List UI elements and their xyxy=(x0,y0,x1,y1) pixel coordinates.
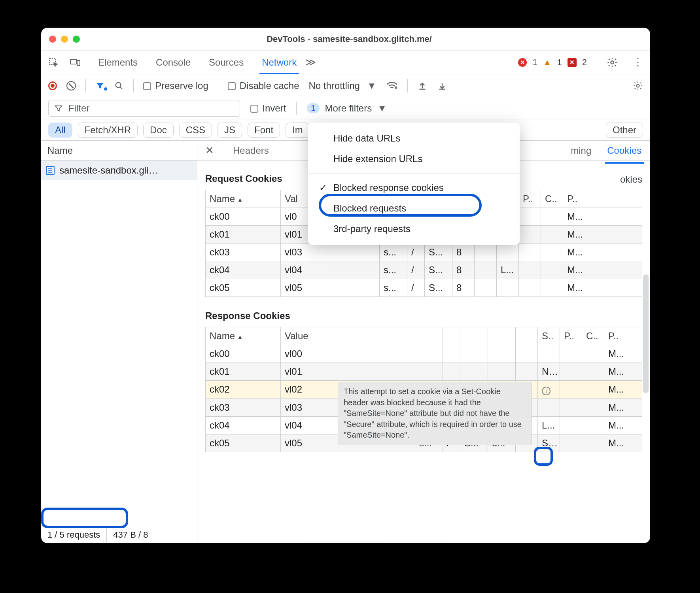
disable-cache-checkbox[interactable]: Disable cache xyxy=(228,80,299,91)
warning-icon[interactable]: ▲ xyxy=(543,57,552,68)
request-row[interactable]: samesite-sandbox.gli… xyxy=(41,161,197,180)
col-header[interactable] xyxy=(488,327,516,345)
cell: i xyxy=(538,381,560,399)
cell xyxy=(541,226,563,244)
download-icon[interactable] xyxy=(437,81,447,91)
col-header[interactable]: P.. xyxy=(604,327,642,345)
chevron-down-icon: ▼ xyxy=(377,103,387,114)
network-settings-icon[interactable] xyxy=(633,81,643,91)
filter-input[interactable]: Filter xyxy=(48,100,240,117)
cell xyxy=(582,398,604,416)
scrollbar[interactable] xyxy=(643,274,649,393)
cell xyxy=(415,345,443,363)
inspect-element-icon[interactable] xyxy=(48,57,59,68)
preserve-log-checkbox[interactable]: Preserve log xyxy=(143,80,208,91)
minimize-window-icon[interactable] xyxy=(61,36,68,43)
table-row[interactable]: ck01vl01N...M... xyxy=(206,363,642,381)
close-detail-icon[interactable]: ✕ xyxy=(205,144,214,157)
filter-option[interactable]: Hide data URLs xyxy=(308,128,520,149)
col-header[interactable]: P.. xyxy=(563,190,642,208)
main-tab-console[interactable]: Console xyxy=(155,51,191,74)
col-header[interactable]: Name▲ xyxy=(206,327,281,345)
type-chip-im[interactable]: Im xyxy=(286,123,310,138)
type-chip-other[interactable]: Other xyxy=(606,123,643,138)
cell: M... xyxy=(563,279,642,297)
table-row[interactable]: ck05vl05s.../S...8M... xyxy=(206,279,642,297)
cell xyxy=(519,279,541,297)
warning-count: 1 xyxy=(557,57,562,68)
type-chip-doc[interactable]: Doc xyxy=(143,123,174,138)
cell: M... xyxy=(604,434,642,452)
cell xyxy=(582,416,604,434)
tab-headers[interactable]: Headers xyxy=(232,141,270,160)
error-icon[interactable]: ✕ xyxy=(518,58,527,67)
more-filters-dropdown: Hide data URLsHide extension URLs✓Blocke… xyxy=(308,123,520,245)
search-icon[interactable] xyxy=(114,81,124,91)
show-filtered-partial[interactable]: okies xyxy=(620,174,642,185)
filter-option[interactable]: Hide extension URLs xyxy=(308,149,520,169)
main-tab-elements[interactable]: Elements xyxy=(97,51,138,74)
filter-toggle-icon[interactable] xyxy=(95,81,105,91)
request-list: Name samesite-sandbox.gli… 1 / 5 request… xyxy=(41,141,197,543)
more-tabs-icon[interactable]: ≫ xyxy=(305,56,316,68)
col-header[interactable]: S.. xyxy=(538,327,560,345)
invert-checkbox[interactable]: Invert xyxy=(250,103,286,114)
cell: ck00 xyxy=(206,345,281,363)
col-header[interactable] xyxy=(460,327,488,345)
cell xyxy=(415,363,443,381)
throttling-select[interactable]: No throttling ▼ xyxy=(308,80,376,91)
filter-option[interactable]: 3rd-party requests xyxy=(308,219,520,239)
col-header[interactable]: Value xyxy=(281,327,415,345)
table-row[interactable]: ck00vl00M... xyxy=(206,345,642,363)
cell xyxy=(519,208,541,226)
col-header[interactable] xyxy=(516,327,538,345)
more-menu-icon[interactable]: ⋮ xyxy=(633,56,643,68)
issues-count: 2 xyxy=(582,57,587,68)
col-header[interactable]: Name▲ xyxy=(206,190,281,208)
filter-placeholder: Filter xyxy=(68,103,89,114)
main-tab-sources[interactable]: Sources xyxy=(208,51,244,74)
zoom-window-icon[interactable] xyxy=(73,36,80,43)
col-header[interactable]: C.. xyxy=(541,190,563,208)
cell: ck03 xyxy=(206,244,281,261)
col-header[interactable] xyxy=(415,327,443,345)
table-row[interactable]: ck04vl04s.../S...8L...M... xyxy=(206,261,642,279)
col-header[interactable]: P.. xyxy=(519,190,541,208)
cell xyxy=(443,363,460,381)
window-title: DevTools - samesite-sandbox.glitch.me/ xyxy=(88,34,611,44)
filter-option[interactable]: Blocked requests xyxy=(308,198,520,219)
clear-button[interactable] xyxy=(66,81,76,91)
table-row[interactable]: ck03vl03s.../S...8M... xyxy=(206,244,642,261)
type-chip-js[interactable]: JS xyxy=(218,123,242,138)
close-window-icon[interactable] xyxy=(49,36,56,43)
type-chip-font[interactable]: Font xyxy=(248,123,280,138)
cell: vl03 xyxy=(281,244,380,261)
tab-cookies[interactable]: Cookies xyxy=(606,141,642,160)
col-header[interactable] xyxy=(443,327,460,345)
more-filters-button[interactable]: 1 More filters ▼ xyxy=(307,103,387,114)
info-icon[interactable]: i xyxy=(542,387,551,395)
cell xyxy=(488,363,516,381)
col-header[interactable]: C.. xyxy=(582,327,604,345)
request-cookies-title: Request Cookies xyxy=(205,173,282,184)
col-header[interactable]: P.. xyxy=(560,327,582,345)
record-button[interactable] xyxy=(48,81,57,90)
type-chip-fetchxhr[interactable]: Fetch/XHR xyxy=(78,123,138,138)
cell xyxy=(516,363,538,381)
network-conditions-icon[interactable] xyxy=(386,81,398,91)
main-tab-network[interactable]: Network xyxy=(261,51,297,74)
request-list-header-name[interactable]: Name xyxy=(41,141,197,161)
type-chip-all[interactable]: All xyxy=(48,123,72,138)
cell: vl00 xyxy=(281,345,415,363)
upload-icon[interactable] xyxy=(417,81,428,91)
cell: N... xyxy=(538,363,560,381)
cell: s... xyxy=(380,261,407,279)
device-toolbar-icon[interactable] xyxy=(70,57,81,68)
type-chip-css[interactable]: CSS xyxy=(179,123,212,138)
settings-icon[interactable] xyxy=(607,57,618,68)
issues-icon[interactable]: ✕ xyxy=(568,58,577,67)
tab-timing-partial[interactable]: ming xyxy=(570,141,592,160)
status-bar: 1 / 5 requests 437 B / 8 xyxy=(41,526,197,543)
cell: ck02 xyxy=(206,381,281,399)
filter-option[interactable]: ✓Blocked response cookies xyxy=(308,178,520,198)
